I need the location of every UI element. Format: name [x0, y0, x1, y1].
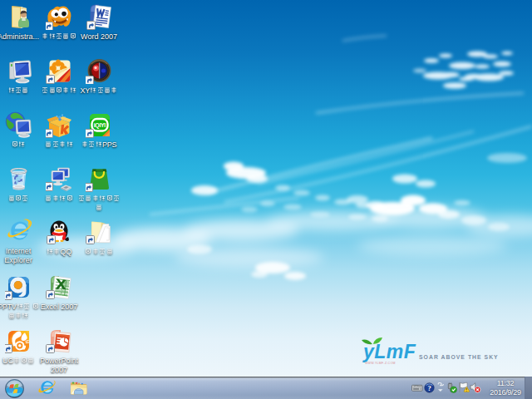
svg-text:WWW.YLMF-Z.COM: WWW.YLMF-Z.COM — [365, 362, 396, 365]
svg-text:SOAR ABOVE THE SKY: SOAR ABOVE THE SKY — [419, 354, 499, 360]
svg-text:yLmF: yLmF — [362, 341, 416, 362]
svg-text:iQIYI: iQIYI — [94, 122, 106, 129]
svg-text:?: ? — [427, 384, 431, 392]
